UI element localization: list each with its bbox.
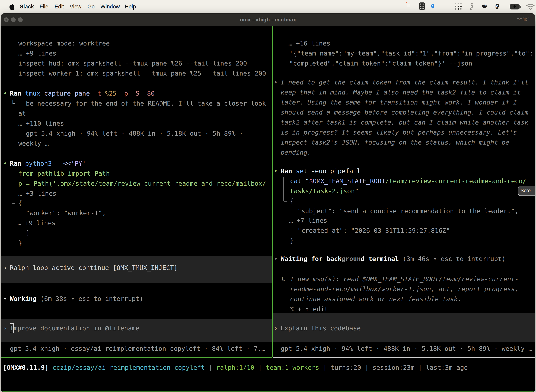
text-segment: Waiting for back bbox=[281, 255, 342, 262]
terminal-line: continue assigned work or next feasible … bbox=[1, 294, 535, 304]
line-gutter-mark: › bbox=[274, 323, 278, 333]
line-gutter-mark: • bbox=[274, 166, 278, 176]
text-segment: set bbox=[296, 167, 311, 175]
text-segment: ⌥ + ↑ edit bbox=[290, 305, 328, 313]
terminal-line: tasks/task-2.json" bbox=[1, 186, 535, 196]
terminal-line: … +16 lines bbox=[1, 38, 535, 48]
text-segment: { bbox=[290, 197, 294, 205]
battery-icon[interactable] bbox=[510, 4, 521, 10]
window-title: omx --xhigh --madmax bbox=[1, 13, 535, 26]
left-pane-bottom-border bbox=[1, 357, 272, 358]
terminal-line: "completed","claim_token":"claim-token"}… bbox=[1, 58, 535, 68]
terminal-line: ⌥ + ↑ edit bbox=[1, 304, 535, 314]
text-segment: inspect task2's JSON, focusing on the st… bbox=[281, 139, 509, 146]
text-segment: last:3m ago bbox=[426, 364, 468, 371]
terminal-line: is in progress? It seems likely but perh… bbox=[1, 127, 535, 137]
text-segment: … +16 lines bbox=[288, 40, 330, 47]
terminal-line: readme-and-reco/mailbox/worker-1.json, a… bbox=[1, 284, 535, 294]
text-segment: … +7 lines bbox=[289, 217, 327, 224]
text-segment: "completed","claim_token":"claim-token"}… bbox=[289, 60, 472, 67]
text-segment: "subject": "send a concise recommendatio… bbox=[297, 207, 519, 215]
menu-item-file[interactable]: File bbox=[40, 0, 48, 13]
menu-item-slack[interactable]: Slack bbox=[20, 0, 34, 13]
line-gutter-mark: › bbox=[3, 263, 7, 273]
text-segment: 1 new msg(s): read $OMX_TEAM_STATE_ROOT/… bbox=[290, 275, 519, 283]
terminal-content: workspace_mode: worktree… +9 linesinspec… bbox=[1, 26, 535, 392]
text-segment: team:1 workers bbox=[266, 364, 319, 371]
screen-tooltip: Scre bbox=[518, 186, 535, 196]
terminal-line: pending. bbox=[1, 147, 535, 157]
line-gutter-mark: • bbox=[274, 254, 278, 264]
terminal-line: cat "$OMX_TEAM_STATE_ROOT/team/review-cu… bbox=[1, 176, 535, 186]
text-segment: cat bbox=[290, 177, 305, 185]
text-segment: task2 after task1 is complete, but can I… bbox=[281, 119, 528, 126]
text-segment: /team/review-current-readme-and-reco/ bbox=[385, 177, 526, 185]
text-segment: | bbox=[361, 364, 373, 371]
text-segment: " bbox=[305, 177, 309, 185]
ralph-status-line: ›Ralph loop active continue [OMX_TMUX_IN… bbox=[1, 263, 535, 273]
terminal-line: task2 after task1 is complete, but can I… bbox=[1, 117, 535, 127]
text-segment: } bbox=[290, 237, 294, 244]
wifi-icon[interactable] bbox=[526, 4, 535, 11]
waiting-status: •Waiting for background terminal (3m 46s… bbox=[1, 254, 535, 264]
blue-bolt-icon[interactable]: ⚡ bbox=[431, 2, 434, 10]
text-segment: [OMX#0.11.9] bbox=[3, 364, 53, 371]
text-segment: turns:20 bbox=[330, 364, 361, 371]
apple-icon[interactable] bbox=[9, 3, 15, 11]
text-segment: is in progress? It seems likely but perh… bbox=[281, 129, 517, 136]
text-segment: Ralph loop active continue [OMX_TMUX_INJ… bbox=[10, 264, 178, 271]
terminal-line: inspect_worker-1: omx sparkshell --tmux-… bbox=[1, 68, 535, 78]
text-segment: gpt-5.4 xhigh · 94% left · 488K in · 5.1… bbox=[281, 345, 532, 352]
menu-item-help[interactable]: Help bbox=[125, 0, 136, 13]
text-segment: '{"team_name":"my-team","task_id":"1","f… bbox=[289, 50, 533, 57]
window-shortcut-hint: ⌥⌘1 bbox=[517, 13, 530, 26]
terminal-line: later. Using the same for transition mig… bbox=[1, 97, 535, 107]
text-segment: readme-and-reco/mailbox/worker-1.json, a… bbox=[290, 285, 519, 293]
menu-item-edit[interactable]: Edit bbox=[54, 0, 64, 13]
text-segment: Explain this codebase bbox=[281, 325, 361, 332]
terminal-line: keep that in mind. Maybe I also need the… bbox=[1, 87, 535, 97]
text-segment: groun bbox=[342, 255, 361, 262]
terminal-line: should send a message before completing … bbox=[1, 107, 535, 117]
dots-grid-icon[interactable] bbox=[455, 2, 462, 10]
text-segment: tasks/task-2.json bbox=[290, 187, 355, 195]
text-segment: cczip/essay/ai-reimplementation-copyleft bbox=[53, 364, 205, 371]
text-segment: ralph:1/10 bbox=[216, 364, 254, 371]
terminal-line: } bbox=[1, 236, 535, 246]
window-titlebar[interactable]: omx --xhigh --madmax ⌥⌘1 bbox=[1, 13, 535, 26]
grid-badge-icon[interactable] bbox=[419, 2, 425, 10]
text-segment: $ bbox=[309, 177, 313, 185]
percent-badge-icon[interactable]: ..61 bbox=[482, 2, 487, 10]
squiggle-icon[interactable] bbox=[469, 3, 474, 11]
ran-cat-command: •Ran set -euo pipefail bbox=[1, 166, 535, 176]
model-status-right: gpt-5.4 xhigh · 94% left · 488K in · 5.1… bbox=[1, 344, 535, 354]
text-segment: should send a message before completing … bbox=[281, 109, 528, 116]
terminal-line: { bbox=[1, 196, 535, 206]
text-segment: pending. bbox=[281, 149, 311, 156]
text-segment: (3m 46s • esc to interrupt) bbox=[403, 255, 506, 262]
menu-item-view[interactable]: View bbox=[70, 0, 81, 13]
menu-item-window[interactable]: Window bbox=[100, 0, 120, 13]
menu-bar: SlackFileEditViewGoWindowHelp ⚡ ..61 A bbox=[0, 0, 536, 13]
text-segment: session:23m bbox=[373, 364, 414, 371]
terminal-line: "subject": "send a concise recommendatio… bbox=[1, 206, 535, 216]
line-gutter-mark: • bbox=[274, 77, 278, 87]
mailbox-message: ↳1 new msg(s): read $OMX_TEAM_STATE_ROOT… bbox=[1, 274, 535, 284]
text-segment: | bbox=[254, 364, 266, 371]
text-segment: d terminal bbox=[361, 255, 402, 262]
text-segment: | bbox=[415, 364, 426, 371]
menu-item-go[interactable]: Go bbox=[87, 0, 95, 13]
text-segment: | bbox=[205, 364, 216, 371]
text-segment: I need to get the claim token from the c… bbox=[281, 79, 528, 86]
terminal-line: inspect task2's JSON, focusing on the st… bbox=[1, 137, 535, 147]
text-segment: keep that in mind. Maybe I also need the… bbox=[281, 89, 521, 96]
line-gutter-mark: ↳ bbox=[282, 274, 285, 284]
text-segment: later. Using the same for transition mig… bbox=[281, 99, 517, 106]
text-segment: | bbox=[319, 364, 330, 371]
omx-status-line: [OMX#0.11.9] cczip/essay/ai-reimplementa… bbox=[1, 363, 535, 373]
text-segment: continue assigned work or next feasible … bbox=[290, 295, 461, 303]
terminal-line: "created_at": "2026-03-31T11:59:27.816Z" bbox=[1, 225, 535, 236]
terminal-line: … +7 lines bbox=[1, 215, 535, 225]
input-source-icon[interactable]: A bbox=[496, 2, 499, 10]
terminal-line: '{"team_name":"my-team","task_id":"1","f… bbox=[1, 48, 535, 58]
